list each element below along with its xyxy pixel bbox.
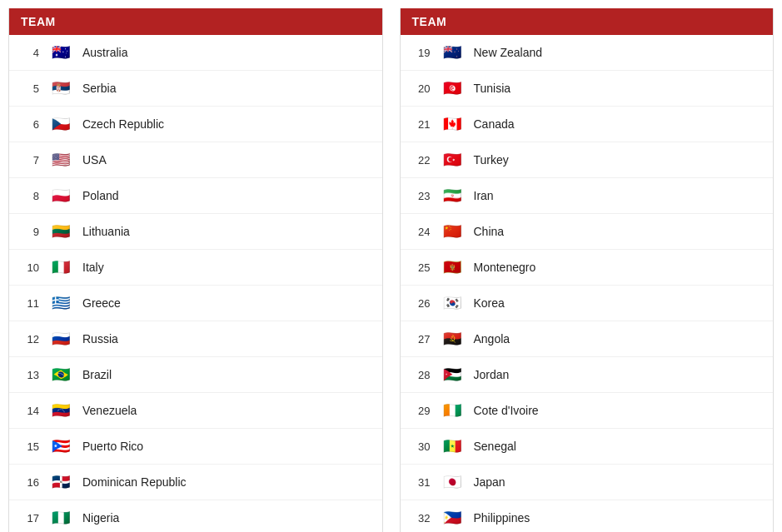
team-rank: 9 [21,226,39,238]
team-rank: 27 [412,333,431,346]
team-rank: 4 [21,47,39,59]
team-flag: 🇺🇸 [49,148,72,172]
table-row: 26 🇰🇷 Korea [401,286,774,321]
team-flag: 🇹🇳 [441,77,464,100]
team-rank: 12 [21,333,39,346]
table-row: 11 🇬🇷 Greece [9,286,382,321]
team-name: Puerto Rico [82,440,143,453]
team-name: Italy [82,261,104,274]
team-rank: 19 [412,47,431,59]
team-flag: 🇲🇪 [441,256,464,279]
team-name: Philippines [474,511,530,525]
team-flag: 🇵🇷 [49,435,72,458]
table-row: 10 🇮🇹 Italy [9,250,382,286]
table-row: 19 🇳🇿 New Zealand [401,35,774,71]
team-flag: 🇮🇷 [441,184,464,207]
team-flag: 🇷🇸 [49,77,72,100]
table-row: 6 🇨🇿 Czech Republic [9,107,382,142]
table-row: 7 🇺🇸 USA [9,142,382,178]
team-name: Serbia [82,82,116,95]
team-name: Senegal [474,440,516,453]
team-rank: 22 [412,154,431,167]
table-row: 5 🇷🇸 Serbia [9,71,382,107]
team-rank: 16 [21,476,39,489]
team-rank: 7 [21,154,39,167]
team-flag: 🇯🇴 [441,363,464,386]
team-rank: 10 [21,261,39,274]
table-row: 20 🇹🇳 Tunisia [401,71,774,107]
table-row: 28 🇯🇴 Jordan [401,357,774,393]
team-name: Cote d'Ivoire [474,404,539,417]
left-panel-header: TEAM [9,8,382,35]
team-name: New Zealand [474,46,543,59]
team-flag: 🇨🇦 [441,112,464,136]
team-rank: 28 [412,369,431,381]
team-rank: 26 [412,297,431,310]
team-flag: 🇨🇮 [441,399,464,422]
team-name: Lithuania [82,225,130,238]
team-flag: 🇷🇺 [49,327,72,351]
team-rank: 24 [412,226,431,238]
table-row: 24 🇨🇳 China [401,214,774,250]
main-container: TEAM 4 🇦🇺 Australia 5 🇷🇸 Serbia 6 🇨🇿 Cze… [8,8,774,532]
team-flag: 🇦🇴 [441,327,464,351]
right-panel: TEAM 19 🇳🇿 New Zealand 20 🇹🇳 Tunisia 21 … [400,8,775,532]
team-name: Dominican Republic [82,475,187,489]
team-flag: 🇯🇵 [441,470,464,494]
table-row: 14 🇻🇪 Venezuela [9,393,382,429]
team-rank: 8 [21,190,39,202]
table-row: 31 🇯🇵 Japan [401,465,774,500]
right-team-list: 19 🇳🇿 New Zealand 20 🇹🇳 Tunisia 21 🇨🇦 Ca… [401,35,774,532]
team-name: Nigeria [82,511,119,525]
team-flag: 🇳🇬 [49,506,72,530]
team-name: Czech Republic [82,117,164,131]
team-name: Venezuela [82,404,137,417]
team-flag: 🇨🇳 [441,220,464,243]
left-panel: TEAM 4 🇦🇺 Australia 5 🇷🇸 Serbia 6 🇨🇿 Cze… [8,8,383,532]
team-name: Australia [82,46,127,59]
table-row: 25 🇲🇪 Montenegro [401,250,774,286]
team-rank: 6 [21,118,39,131]
team-name: USA [82,153,107,167]
team-flag: 🇱🇹 [49,220,72,243]
team-name: Brazil [82,368,112,381]
team-flag: 🇵🇭 [441,506,464,530]
table-row: 23 🇮🇷 Iran [401,178,774,214]
table-row: 9 🇱🇹 Lithuania [9,214,382,250]
table-row: 32 🇵🇭 Philippines [401,500,774,532]
team-name: Japan [474,475,506,489]
team-flag: 🇨🇿 [49,112,72,136]
team-name: Montenegro [474,261,536,274]
team-rank: 23 [412,190,431,202]
team-flag: 🇦🇺 [49,41,72,64]
team-name: Korea [474,296,505,310]
team-name: Canada [474,117,515,131]
table-row: 17 🇳🇬 Nigeria [9,500,382,532]
team-flag: 🇬🇷 [49,291,72,315]
table-row: 13 🇧🇷 Brazil [9,357,382,393]
team-flag: 🇮🇹 [49,256,72,279]
team-name: Jordan [474,368,510,381]
team-rank: 17 [21,512,39,525]
team-rank: 21 [412,118,431,131]
team-flag: 🇳🇿 [441,41,464,64]
table-row: 15 🇵🇷 Puerto Rico [9,429,382,465]
team-name: Angola [474,332,511,346]
table-row: 8 🇵🇱 Poland [9,178,382,214]
table-row: 16 🇩🇴 Dominican Republic [9,465,382,500]
team-rank: 14 [21,405,39,417]
table-row: 29 🇨🇮 Cote d'Ivoire [401,393,774,429]
team-flag: 🇰🇷 [441,291,464,315]
team-flag: 🇸🇳 [441,435,464,458]
team-rank: 32 [412,512,431,525]
team-name: Poland [82,189,119,202]
team-rank: 11 [21,297,39,310]
team-flag: 🇵🇱 [49,184,72,207]
team-name: Iran [474,189,494,202]
team-rank: 13 [21,369,39,381]
right-panel-header: TEAM [401,8,774,35]
team-flag: 🇻🇪 [49,399,72,422]
team-rank: 29 [412,405,431,417]
table-row: 12 🇷🇺 Russia [9,321,382,357]
team-flag: 🇹🇷 [441,148,464,172]
